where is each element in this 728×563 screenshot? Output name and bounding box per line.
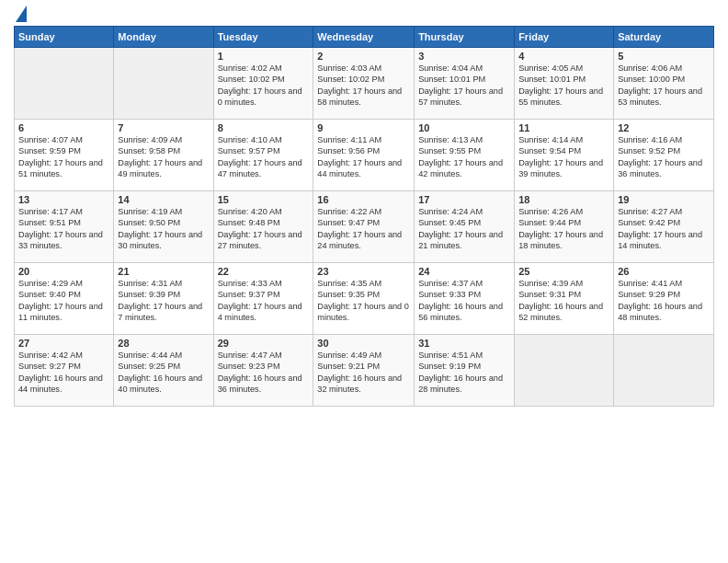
day-info: Sunrise: 4:29 AMSunset: 9:40 PMDaylight:… bbox=[18, 278, 109, 324]
logo-triangle-icon bbox=[16, 6, 27, 22]
day-number: 23 bbox=[317, 266, 410, 277]
day-info: Sunrise: 4:09 AMSunset: 9:58 PMDaylight:… bbox=[118, 134, 209, 180]
logo bbox=[14, 9, 27, 20]
calendar-week-3: 13Sunrise: 4:17 AMSunset: 9:51 PMDayligh… bbox=[15, 191, 714, 263]
day-info: Sunrise: 4:42 AMSunset: 9:27 PMDaylight:… bbox=[18, 350, 109, 396]
day-number: 9 bbox=[317, 122, 410, 133]
calendar-cell: 13Sunrise: 4:17 AMSunset: 9:51 PMDayligh… bbox=[15, 191, 114, 263]
day-info: Sunrise: 4:37 AMSunset: 9:33 PMDaylight:… bbox=[418, 278, 510, 324]
calendar-cell: 23Sunrise: 4:35 AMSunset: 9:35 PMDayligh… bbox=[313, 263, 415, 335]
calendar-cell: 27Sunrise: 4:42 AMSunset: 9:27 PMDayligh… bbox=[15, 335, 114, 407]
day-number: 30 bbox=[317, 338, 410, 349]
day-info: Sunrise: 4:35 AMSunset: 9:35 PMDaylight:… bbox=[317, 278, 410, 324]
calendar-cell: 17Sunrise: 4:24 AMSunset: 9:45 PMDayligh… bbox=[415, 191, 515, 263]
day-info: Sunrise: 4:24 AMSunset: 9:45 PMDaylight:… bbox=[418, 206, 510, 252]
day-number: 3 bbox=[418, 51, 510, 62]
calendar-cell: 29Sunrise: 4:47 AMSunset: 9:23 PMDayligh… bbox=[213, 335, 313, 407]
calendar-week-1: 1Sunrise: 4:02 AMSunset: 10:02 PMDayligh… bbox=[15, 48, 714, 120]
calendar-cell: 10Sunrise: 4:13 AMSunset: 9:55 PMDayligh… bbox=[415, 120, 515, 191]
day-number: 12 bbox=[618, 122, 710, 133]
weekday-header-row: SundayMondayTuesdayWednesdayThursdayFrid… bbox=[15, 27, 714, 48]
calendar-cell: 1Sunrise: 4:02 AMSunset: 10:02 PMDayligh… bbox=[213, 48, 313, 120]
day-number: 24 bbox=[418, 266, 510, 277]
calendar-cell bbox=[15, 48, 114, 120]
day-number: 27 bbox=[18, 338, 109, 349]
day-number: 14 bbox=[118, 194, 209, 205]
calendar-cell bbox=[614, 335, 714, 407]
calendar-cell bbox=[114, 48, 213, 120]
day-info: Sunrise: 4:03 AMSunset: 10:02 PMDaylight… bbox=[317, 63, 410, 109]
calendar-week-4: 20Sunrise: 4:29 AMSunset: 9:40 PMDayligh… bbox=[15, 263, 714, 335]
day-info: Sunrise: 4:13 AMSunset: 9:55 PMDaylight:… bbox=[418, 134, 510, 180]
calendar-table: SundayMondayTuesdayWednesdayThursdayFrid… bbox=[14, 26, 714, 407]
calendar-cell: 14Sunrise: 4:19 AMSunset: 9:50 PMDayligh… bbox=[114, 191, 213, 263]
calendar-cell: 30Sunrise: 4:49 AMSunset: 9:21 PMDayligh… bbox=[313, 335, 415, 407]
day-info: Sunrise: 4:05 AMSunset: 10:01 PMDaylight… bbox=[518, 63, 609, 109]
day-number: 8 bbox=[218, 122, 310, 133]
day-info: Sunrise: 4:26 AMSunset: 9:44 PMDaylight:… bbox=[518, 206, 609, 252]
calendar-week-2: 6Sunrise: 4:07 AMSunset: 9:59 PMDaylight… bbox=[15, 120, 714, 191]
day-info: Sunrise: 4:22 AMSunset: 9:47 PMDaylight:… bbox=[317, 206, 410, 252]
day-info: Sunrise: 4:41 AMSunset: 9:29 PMDaylight:… bbox=[618, 278, 710, 324]
day-number: 17 bbox=[418, 194, 510, 205]
day-info: Sunrise: 4:49 AMSunset: 9:21 PMDaylight:… bbox=[317, 350, 410, 396]
day-number: 18 bbox=[518, 194, 609, 205]
calendar-cell bbox=[515, 335, 614, 407]
day-info: Sunrise: 4:20 AMSunset: 9:48 PMDaylight:… bbox=[218, 206, 310, 252]
day-number: 15 bbox=[218, 194, 310, 205]
day-number: 7 bbox=[118, 122, 209, 133]
day-info: Sunrise: 4:07 AMSunset: 9:59 PMDaylight:… bbox=[18, 134, 109, 180]
weekday-header-saturday: Saturday bbox=[614, 27, 714, 48]
calendar-cell: 7Sunrise: 4:09 AMSunset: 9:58 PMDaylight… bbox=[114, 120, 213, 191]
day-number: 10 bbox=[418, 122, 510, 133]
day-number: 31 bbox=[418, 338, 510, 349]
calendar-cell: 18Sunrise: 4:26 AMSunset: 9:44 PMDayligh… bbox=[515, 191, 614, 263]
weekday-header-friday: Friday bbox=[515, 27, 614, 48]
day-info: Sunrise: 4:04 AMSunset: 10:01 PMDaylight… bbox=[418, 63, 510, 109]
day-info: Sunrise: 4:17 AMSunset: 9:51 PMDaylight:… bbox=[18, 206, 109, 252]
calendar-page: SundayMondayTuesdayWednesdayThursdayFrid… bbox=[0, 0, 728, 563]
day-number: 21 bbox=[118, 266, 209, 277]
calendar-cell: 5Sunrise: 4:06 AMSunset: 10:00 PMDayligh… bbox=[614, 48, 714, 120]
day-number: 29 bbox=[218, 338, 310, 349]
day-number: 22 bbox=[218, 266, 310, 277]
day-info: Sunrise: 4:27 AMSunset: 9:42 PMDaylight:… bbox=[618, 206, 710, 252]
day-info: Sunrise: 4:31 AMSunset: 9:39 PMDaylight:… bbox=[118, 278, 209, 324]
weekday-header-sunday: Sunday bbox=[15, 27, 114, 48]
calendar-cell: 16Sunrise: 4:22 AMSunset: 9:47 PMDayligh… bbox=[313, 191, 415, 263]
calendar-cell: 12Sunrise: 4:16 AMSunset: 9:52 PMDayligh… bbox=[614, 120, 714, 191]
day-number: 4 bbox=[518, 51, 609, 62]
calendar-cell: 31Sunrise: 4:51 AMSunset: 9:19 PMDayligh… bbox=[415, 335, 515, 407]
calendar-cell: 19Sunrise: 4:27 AMSunset: 9:42 PMDayligh… bbox=[614, 191, 714, 263]
day-info: Sunrise: 4:33 AMSunset: 9:37 PMDaylight:… bbox=[218, 278, 310, 324]
day-info: Sunrise: 4:14 AMSunset: 9:54 PMDaylight:… bbox=[518, 134, 609, 180]
calendar-cell: 15Sunrise: 4:20 AMSunset: 9:48 PMDayligh… bbox=[213, 191, 313, 263]
day-number: 26 bbox=[618, 266, 710, 277]
weekday-header-thursday: Thursday bbox=[415, 27, 515, 48]
day-number: 11 bbox=[518, 122, 609, 133]
weekday-header-monday: Monday bbox=[114, 27, 213, 48]
day-number: 20 bbox=[18, 266, 109, 277]
calendar-cell: 9Sunrise: 4:11 AMSunset: 9:56 PMDaylight… bbox=[313, 120, 415, 191]
calendar-cell: 2Sunrise: 4:03 AMSunset: 10:02 PMDayligh… bbox=[313, 48, 415, 120]
calendar-cell: 4Sunrise: 4:05 AMSunset: 10:01 PMDayligh… bbox=[515, 48, 614, 120]
calendar-week-5: 27Sunrise: 4:42 AMSunset: 9:27 PMDayligh… bbox=[15, 335, 714, 407]
day-info: Sunrise: 4:51 AMSunset: 9:19 PMDaylight:… bbox=[418, 350, 510, 396]
day-info: Sunrise: 4:11 AMSunset: 9:56 PMDaylight:… bbox=[317, 134, 410, 180]
calendar-cell: 28Sunrise: 4:44 AMSunset: 9:25 PMDayligh… bbox=[114, 335, 213, 407]
day-number: 25 bbox=[518, 266, 609, 277]
calendar-cell: 6Sunrise: 4:07 AMSunset: 9:59 PMDaylight… bbox=[15, 120, 114, 191]
day-info: Sunrise: 4:16 AMSunset: 9:52 PMDaylight:… bbox=[618, 134, 710, 180]
day-number: 6 bbox=[18, 122, 109, 133]
day-info: Sunrise: 4:10 AMSunset: 9:57 PMDaylight:… bbox=[218, 134, 310, 180]
calendar-cell: 8Sunrise: 4:10 AMSunset: 9:57 PMDaylight… bbox=[213, 120, 313, 191]
day-number: 19 bbox=[618, 194, 710, 205]
day-info: Sunrise: 4:02 AMSunset: 10:02 PMDaylight… bbox=[218, 63, 310, 109]
day-info: Sunrise: 4:47 AMSunset: 9:23 PMDaylight:… bbox=[218, 350, 310, 396]
header bbox=[14, 9, 714, 20]
calendar-cell: 26Sunrise: 4:41 AMSunset: 9:29 PMDayligh… bbox=[614, 263, 714, 335]
calendar-cell: 11Sunrise: 4:14 AMSunset: 9:54 PMDayligh… bbox=[515, 120, 614, 191]
day-number: 1 bbox=[218, 51, 310, 62]
day-info: Sunrise: 4:06 AMSunset: 10:00 PMDaylight… bbox=[618, 63, 710, 109]
weekday-header-tuesday: Tuesday bbox=[213, 27, 313, 48]
